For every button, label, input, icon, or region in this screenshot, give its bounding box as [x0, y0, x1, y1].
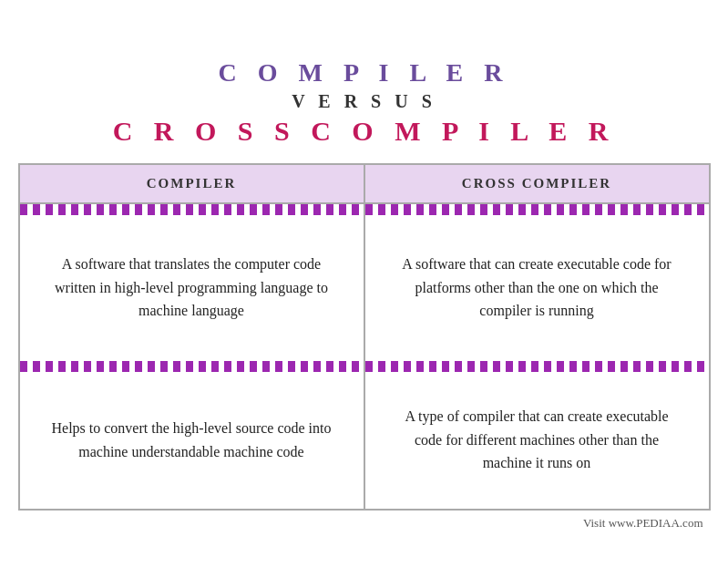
row1-col1-cell: A software that translates the computer … [20, 215, 365, 361]
content-row-1: A software that translates the computer … [20, 215, 709, 361]
main-container: C O M P I L E R V E R S U S C R O S S C … [18, 58, 711, 531]
row1-col2-cell: A software that can create executable co… [365, 215, 709, 361]
content-row-2: Helps to convert the high-level source c… [20, 372, 709, 509]
row2-col2-cell: A type of compiler that can create execu… [365, 372, 709, 509]
versus-title: V E R S U S [292, 91, 436, 112]
dashed-left-top [20, 204, 365, 215]
visit-text: Visit www.PEDIAA.com [18, 511, 711, 531]
dashed-left-middle [20, 361, 365, 372]
table-header-row: COMPILER CROSS COMPILER [20, 165, 709, 204]
dashed-divider-middle [20, 361, 709, 372]
comparison-table: COMPILER CROSS COMPILER A software that … [18, 163, 711, 511]
dashed-right-middle [365, 361, 709, 372]
dashed-divider-top [20, 204, 709, 215]
compiler-title: C O M P I L E R [219, 58, 510, 88]
dashed-right-top [365, 204, 709, 215]
row2-col1-cell: Helps to convert the high-level source c… [20, 372, 365, 509]
col2-header: CROSS COMPILER [365, 165, 709, 204]
cross-compiler-title: C R O S S C O M P I L E R [113, 116, 616, 147]
col1-header: COMPILER [20, 165, 365, 204]
